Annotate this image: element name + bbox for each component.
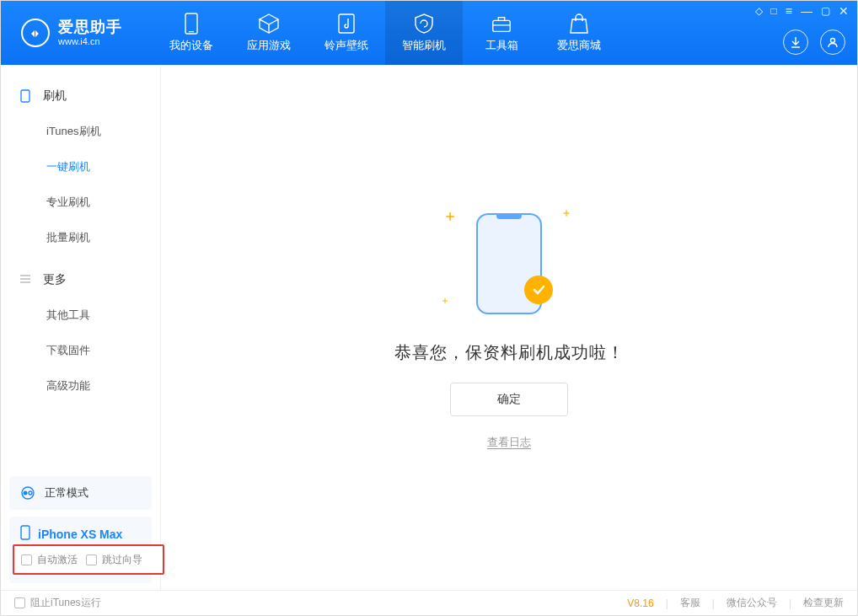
svg-rect-0 bbox=[185, 13, 197, 34]
option-label: 自动激活 bbox=[37, 553, 78, 567]
sidebar-item-advanced[interactable]: 高级功能 bbox=[1, 368, 160, 404]
nav-tab-label: 应用游戏 bbox=[247, 38, 291, 53]
svg-rect-3 bbox=[493, 20, 510, 31]
maximize-button[interactable]: ▢ bbox=[821, 5, 830, 17]
sidebar: 刷机 iTunes刷机 一键刷机 专业刷机 批量刷机 更多 其他工具 下载固件 … bbox=[1, 65, 161, 590]
sidebar-header-more: 更多 bbox=[1, 262, 160, 297]
sidebar-item-itunes-flash[interactable]: iTunes刷机 bbox=[1, 114, 160, 149]
download-icon bbox=[790, 36, 802, 48]
menu-lines-icon bbox=[19, 273, 33, 287]
sidebar-section-flash: 刷机 iTunes刷机 一键刷机 专业刷机 批量刷机 bbox=[1, 78, 160, 255]
separator: | bbox=[712, 597, 715, 609]
nav-tab-toolbox[interactable]: 工具箱 bbox=[463, 1, 540, 65]
close-button[interactable]: ✕ bbox=[839, 4, 849, 18]
svg-rect-2 bbox=[339, 14, 354, 33]
mode-card[interactable]: 正常模式 bbox=[9, 476, 152, 510]
logo-icon bbox=[21, 19, 50, 47]
user-button[interactable] bbox=[820, 29, 845, 55]
status-bar: 阻止iTunes运行 V8.16 | 客服 | 微信公众号 | 检查更新 bbox=[1, 590, 857, 615]
option-skip-guide[interactable]: 跳过向导 bbox=[86, 553, 142, 567]
sidebar-item-download-firmware[interactable]: 下载固件 bbox=[1, 333, 160, 368]
checkbox-icon[interactable] bbox=[21, 554, 32, 565]
phone-outline-icon bbox=[19, 89, 33, 103]
svg-rect-13 bbox=[21, 526, 29, 539]
check-badge-icon bbox=[524, 276, 553, 304]
nav-tab-apps-games[interactable]: 应用游戏 bbox=[230, 1, 308, 65]
nav-tab-label: 爱思商城 bbox=[557, 38, 601, 53]
menu-icon[interactable]: ≡ bbox=[786, 4, 792, 18]
user-icon bbox=[827, 36, 839, 48]
app-header: 爱思助手 www.i4.cn 我的设备 应用游戏 铃声壁纸 智能刷机 工具箱 爱… bbox=[1, 1, 857, 65]
cube-icon bbox=[258, 13, 280, 35]
sparkle-icon bbox=[442, 298, 448, 303]
sidebar-header-label: 刷机 bbox=[43, 88, 67, 104]
nav-tab-label: 我的设备 bbox=[169, 38, 213, 53]
svg-point-11 bbox=[24, 491, 28, 495]
sidebar-section-more: 更多 其他工具 下载固件 高级功能 bbox=[1, 262, 160, 404]
header-right-icons bbox=[783, 29, 845, 55]
nav-tab-label: 智能刷机 bbox=[402, 38, 446, 53]
svg-point-5 bbox=[831, 39, 835, 43]
footer-link-update[interactable]: 检查更新 bbox=[803, 596, 844, 610]
sidebar-header-flash: 刷机 bbox=[1, 78, 160, 114]
nav-tabs: 我的设备 应用游戏 铃声壁纸 智能刷机 工具箱 爱思商城 bbox=[153, 1, 618, 65]
checkbox-icon[interactable] bbox=[14, 597, 25, 608]
svg-point-12 bbox=[29, 491, 32, 495]
main-content: 恭喜您，保资料刷机成功啦！ 确定 查看日志 bbox=[161, 65, 857, 590]
minimize-button[interactable]: — bbox=[801, 4, 812, 18]
footer-link-wechat[interactable]: 微信公众号 bbox=[727, 596, 777, 610]
highlighted-options-box: 自动激活 跳过向导 bbox=[13, 544, 164, 575]
nav-tab-ringtones[interactable]: 铃声壁纸 bbox=[308, 1, 385, 65]
sidebar-item-other-tools[interactable]: 其他工具 bbox=[1, 297, 160, 333]
app-logo: 爱思助手 www.i4.cn bbox=[1, 19, 153, 47]
sidebar-header-label: 更多 bbox=[43, 272, 67, 287]
success-illustration bbox=[450, 205, 568, 323]
separator: | bbox=[666, 597, 668, 609]
block-itunes-label[interactable]: 阻止iTunes运行 bbox=[30, 596, 101, 610]
toolbox-icon bbox=[491, 13, 512, 35]
sparkle-icon bbox=[446, 212, 454, 221]
bag-icon bbox=[568, 13, 590, 35]
feedback-icon[interactable]: ◇ bbox=[755, 5, 763, 17]
nav-tab-smart-flash[interactable]: 智能刷机 bbox=[385, 1, 463, 65]
nav-tab-store[interactable]: 爱思商城 bbox=[540, 1, 618, 65]
separator: | bbox=[789, 597, 791, 609]
circle-dot-icon bbox=[19, 485, 36, 501]
logo-subtext: www.i4.cn bbox=[58, 36, 122, 46]
svg-rect-6 bbox=[21, 90, 29, 102]
option-auto-activate[interactable]: 自动激活 bbox=[21, 553, 78, 567]
theme-icon[interactable]: □ bbox=[771, 5, 777, 17]
nav-tab-label: 工具箱 bbox=[485, 38, 518, 53]
window-controls: ◇ □ ≡ — ▢ ✕ bbox=[755, 4, 849, 18]
checkbox-icon[interactable] bbox=[86, 554, 97, 565]
sidebar-item-onekey-flash[interactable]: 一键刷机 bbox=[1, 149, 160, 185]
shield-refresh-icon bbox=[413, 13, 435, 35]
phone-icon bbox=[180, 13, 202, 35]
mode-card-label: 正常模式 bbox=[45, 485, 88, 501]
version-label: V8.16 bbox=[627, 597, 653, 609]
view-log-link[interactable]: 查看日志 bbox=[487, 435, 531, 450]
music-note-icon bbox=[335, 13, 357, 35]
sidebar-item-batch-flash[interactable]: 批量刷机 bbox=[1, 220, 160, 255]
phone-small-icon bbox=[19, 525, 31, 543]
ok-button[interactable]: 确定 bbox=[450, 383, 568, 416]
logo-text: 爱思助手 bbox=[58, 19, 122, 36]
sparkle-icon bbox=[563, 210, 569, 216]
download-button[interactable] bbox=[783, 29, 808, 55]
success-message: 恭喜您，保资料刷机成功啦！ bbox=[394, 341, 625, 364]
sidebar-item-pro-flash[interactable]: 专业刷机 bbox=[1, 185, 160, 220]
svg-rect-1 bbox=[189, 31, 194, 32]
phone-notch bbox=[496, 214, 522, 219]
option-label: 跳过向导 bbox=[102, 553, 142, 567]
nav-tab-label: 铃声壁纸 bbox=[324, 38, 368, 53]
device-name: iPhone XS Max bbox=[38, 528, 122, 541]
nav-tab-my-device[interactable]: 我的设备 bbox=[153, 1, 230, 65]
footer-link-support[interactable]: 客服 bbox=[680, 596, 700, 610]
